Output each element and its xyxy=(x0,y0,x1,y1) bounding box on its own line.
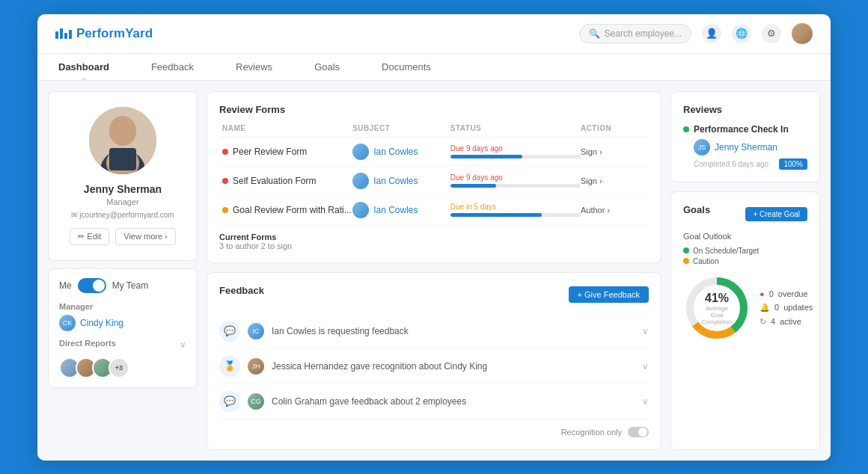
review-green-dot xyxy=(683,126,689,132)
row-1-subject[interactable]: Ian Cowles xyxy=(352,144,450,160)
row-3-status: Due in 5 days xyxy=(450,203,581,217)
table-row: Self Evaluation Form Ian Cowles Due 9 da… xyxy=(219,167,649,196)
me-myteam-section: Me My Team Manager CK Cindy King Direct … xyxy=(48,268,198,388)
row-1-status: Due 9 days ago xyxy=(450,144,581,158)
recognition-label: Recognition only xyxy=(561,428,622,437)
header: PerformYard 🔍 Search employee... 👤 🌐 ⚙ xyxy=(37,14,831,54)
donut-text: 41% Average GoalCompletion xyxy=(700,291,734,324)
search-box[interactable]: 🔍 Search employee... xyxy=(579,24,691,43)
feedback-item-2[interactable]: 🏅 JH Jessica Hernandez gave recognition … xyxy=(219,349,649,384)
row-1-progress-fill xyxy=(450,155,522,158)
recognition-toggle[interactable] xyxy=(628,427,649,437)
row-2-action[interactable]: Sign › xyxy=(581,176,646,185)
recognition-row: Recognition only xyxy=(219,427,649,437)
globe-icon[interactable]: 🌐 xyxy=(732,24,751,43)
logo-text: PerformYard xyxy=(76,26,153,41)
row-3-action[interactable]: Author › xyxy=(581,206,646,215)
updates-icon: 🔔 xyxy=(760,303,770,313)
row-3-subject-avatar xyxy=(352,202,369,218)
left-panel: Jenny Sherman Manager ✉ jcourtney@perfor… xyxy=(48,91,198,450)
logo-bar-2 xyxy=(60,28,63,39)
review-item: Performance Check In JS Jenny Sherman Co… xyxy=(683,124,807,170)
nav-goals[interactable]: Goals xyxy=(293,54,361,80)
row-3-subject[interactable]: Ian Cowles xyxy=(352,202,450,218)
row-1-subject-avatar xyxy=(352,144,369,160)
row-3-dot xyxy=(222,207,228,213)
reviews-card: Reviews Performance Check In JS Jenny Sh… xyxy=(670,91,820,182)
legend-row: On Schedule/Target Caution xyxy=(683,247,807,265)
row-2-name: Self Evaluation Form xyxy=(222,176,352,186)
my-team-label: My Team xyxy=(112,280,148,291)
legend-caution: Caution xyxy=(683,257,807,265)
view-more-button[interactable]: View more › xyxy=(115,228,175,245)
nav-documents[interactable]: Documents xyxy=(361,54,452,80)
manager-avatar: CK xyxy=(59,315,76,331)
stat-active: ↻ 4 active xyxy=(760,317,813,327)
row-1-name: Peer Review Form xyxy=(222,147,352,157)
goal-outlook: Goal Outlook xyxy=(683,232,807,241)
feedback-icon-2: 🏅 xyxy=(219,356,240,377)
create-goal-button[interactable]: + Create Goal xyxy=(745,207,807,221)
settings-icon[interactable]: ⚙ xyxy=(762,24,781,43)
row-2-subject[interactable]: Ian Cowles xyxy=(352,173,450,189)
main-content: Jenny Sherman Manager ✉ jcourtney@perfor… xyxy=(37,81,831,461)
feedback-avatar-1: IC xyxy=(248,323,264,339)
review-person-name[interactable]: Jenny Sherman xyxy=(715,142,777,153)
profile-title: Manager xyxy=(106,197,138,206)
manager-name[interactable]: Cindy King xyxy=(80,318,123,328)
donut-pct: 41% xyxy=(700,291,734,304)
goals-card: Goals + Create Goal Goal Outlook On Sche… xyxy=(670,191,820,450)
header-right: 🔍 Search employee... 👤 🌐 ⚙ xyxy=(579,23,813,44)
review-date: Completed 6 days ago xyxy=(694,160,768,168)
goals-header: Goals + Create Goal xyxy=(683,204,807,224)
nav-dashboard[interactable]: Dashboard xyxy=(37,54,130,80)
review-forms-table-header: NAME SUBJECT STATUS ACTION xyxy=(219,124,649,138)
legend-green-dot xyxy=(683,247,689,253)
logo-bar-4 xyxy=(69,30,72,39)
nav-reviews[interactable]: Reviews xyxy=(215,54,293,80)
review-title-text: Performance Check In xyxy=(694,124,789,135)
feedback-card: Feedback + Give Feedback 💬 IC Ian Cowles… xyxy=(207,272,661,450)
manager-label: Manager xyxy=(59,302,186,311)
email-icon: ✉ xyxy=(71,211,77,219)
overdue-icon: ● xyxy=(760,289,765,298)
current-forms: Current Forms 3 to author 2 to sign xyxy=(219,233,649,250)
th-status: STATUS xyxy=(450,124,581,132)
me-myteam-toggle[interactable] xyxy=(78,278,106,293)
stat-overdue: ● 0 overdue xyxy=(760,289,813,298)
review-person-row: JS Jenny Sherman xyxy=(683,139,807,156)
row-2-status: Due 9 days ago xyxy=(450,173,581,188)
logo: PerformYard xyxy=(55,26,153,41)
manager-row: CK Cindy King xyxy=(59,315,186,331)
direct-reports-header: Direct Reports ∨ xyxy=(59,339,186,351)
user-avatar[interactable] xyxy=(792,23,813,44)
goals-content: 41% Average GoalCompletion ● 0 overdue 🔔 xyxy=(683,274,807,342)
row-1-dot xyxy=(222,149,228,155)
give-feedback-button[interactable]: + Give Feedback xyxy=(569,286,649,303)
dr-badge[interactable]: +3 xyxy=(109,357,129,378)
profile-email: ✉ jcourtney@performyard.com xyxy=(71,211,174,219)
user-icon[interactable]: 👤 xyxy=(702,24,721,43)
feedback-text-2: Jessica Hernandez gave recognition about… xyxy=(272,361,635,372)
feedback-chevron-2: ∨ xyxy=(642,361,649,372)
row-1-action[interactable]: Sign › xyxy=(581,147,646,156)
row-2-progress-bar xyxy=(450,184,581,188)
svg-rect-4 xyxy=(109,148,136,170)
nav-feedback[interactable]: Feedback xyxy=(130,54,215,80)
logo-bar-1 xyxy=(55,31,58,39)
feedback-item-3[interactable]: 💬 CG Colin Graham gave feedback about 2 … xyxy=(219,384,649,419)
legend-on-schedule: On Schedule/Target xyxy=(683,247,807,255)
center-panel: Review Forms NAME SUBJECT STATUS ACTION … xyxy=(207,91,661,450)
feedback-item-1[interactable]: 💬 IC Ian Cowles is requesting feedback ∨ xyxy=(219,314,649,349)
row-2-subject-avatar xyxy=(352,173,369,189)
edit-button[interactable]: ✏ Edit xyxy=(70,228,109,245)
donut-label: Average GoalCompletion xyxy=(700,304,734,324)
donut-container: 41% Average GoalCompletion xyxy=(683,274,751,342)
row-2-dot xyxy=(222,178,228,184)
row-3-progress-bar xyxy=(450,213,581,217)
direct-reports-label: Direct Reports xyxy=(59,339,116,348)
dr-chevron-icon[interactable]: ∨ xyxy=(180,339,186,350)
feedback-avatar-3: CG xyxy=(248,393,264,410)
row-1-progress-bar xyxy=(450,155,581,158)
review-meta: Completed 6 days ago 100% xyxy=(683,158,807,170)
